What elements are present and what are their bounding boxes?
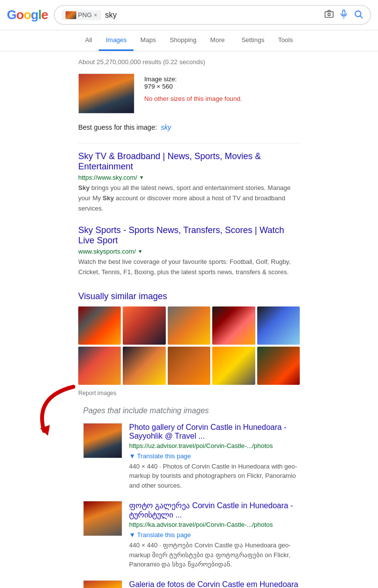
- page-1-snippet: 440 × 440 · Photos of Corvin Castle in H…: [129, 462, 300, 491]
- no-other-sizes: No other sizes of this image found.: [144, 95, 242, 102]
- result-1-url-arrow[interactable]: ▼: [139, 175, 144, 180]
- page-1-url: https://uz.advisor.travel/poi/Corvin-Cas…: [129, 442, 273, 449]
- result-1-title[interactable]: Sky TV & Broadband | News, Sports, Movie…: [78, 151, 300, 172]
- svg-rect-0: [325, 12, 334, 18]
- page-thumbnail-3[interactable]: [83, 580, 122, 588]
- page-2-title[interactable]: ფოტო გალერეა Corvin Castle in Hunedoara …: [129, 501, 300, 519]
- image-tag: PNG ×: [62, 10, 101, 20]
- best-guess: Best guess for this image: sky: [78, 123, 300, 131]
- page-thumbnail-1[interactable]: [83, 423, 122, 458]
- search-result-2: Sky Sports - Sports News, Transfers, Sco…: [78, 225, 300, 278]
- visually-similar-title[interactable]: Visually similar images: [78, 291, 300, 302]
- svg-line-5: [360, 16, 363, 18]
- search-result-1: Sky TV & Broadband | News, Sports, Movie…: [78, 151, 300, 213]
- image-tag-close[interactable]: ×: [94, 12, 97, 19]
- grid-image-2[interactable]: [123, 306, 165, 345]
- page-1-translate[interactable]: ▼ Translate this page: [129, 452, 191, 460]
- page-thumbnail-2[interactable]: [83, 501, 122, 536]
- best-guess-prefix: Best guess for this image:: [78, 123, 157, 131]
- nav-item-all[interactable]: All: [78, 30, 99, 51]
- page-result-2: ფოტო გალერეა Corvin Castle in Hunedoara …: [83, 501, 300, 569]
- nav-item-shopping[interactable]: Shopping: [163, 30, 203, 51]
- grid-image-4[interactable]: [212, 306, 255, 345]
- page-1-content: Photo gallery of Corvin Castle in Hunedo…: [129, 423, 300, 491]
- grid-image-6[interactable]: [78, 347, 121, 385]
- page-2-snippet: 440 × 440 · ფოტოები Corvin Castle და Hun…: [129, 541, 300, 569]
- nav-item-settings[interactable]: Settings: [235, 30, 271, 51]
- grid-image-1[interactable]: [78, 306, 121, 345]
- image-details: Image size: 979 × 560 No other sizes of …: [144, 73, 242, 102]
- svg-point-4: [355, 11, 361, 17]
- images-grid-row1: [78, 306, 300, 345]
- image-info-box: Image size: 979 × 560 No other sizes of …: [78, 73, 300, 114]
- report-images[interactable]: Report images: [78, 390, 300, 397]
- grid-image-5[interactable]: [257, 306, 300, 345]
- page-2-url-row: https://ka.advisor.travel/poi/Corvin-Cas…: [129, 521, 300, 539]
- images-grid-row2: [78, 347, 300, 385]
- grid-image-7[interactable]: [123, 347, 165, 385]
- page-3-content: Galeria de fotos de Corvin Castle em Hun…: [129, 580, 300, 588]
- search-submit-icon[interactable]: [354, 9, 363, 21]
- result-2-snippet: Watch the best live coverage of your fav…: [78, 257, 300, 278]
- nav-item-maps[interactable]: Maps: [133, 30, 163, 51]
- grid-image-10[interactable]: [257, 347, 300, 385]
- nav-item-tools[interactable]: Tools: [271, 30, 300, 51]
- google-logo: Google: [7, 7, 48, 23]
- image-tag-label: PNG: [78, 11, 92, 19]
- page-2-content: ფოტო გალერეა Corvin Castle in Hunedoara …: [129, 501, 300, 569]
- result-1-url: https://www.sky.com/: [78, 174, 137, 181]
- svg-point-1: [328, 13, 331, 16]
- page-2-translate[interactable]: ▼ Translate this page: [129, 531, 191, 539]
- results-info: About 25,270,000,000 results (0.22 secon…: [78, 58, 300, 66]
- result-1-url-row: https://www.sky.com/ ▼: [78, 174, 300, 181]
- image-preview-thumbnail: [66, 11, 76, 19]
- mic-icon[interactable]: [339, 9, 349, 21]
- image-size-label: Image size: 979 × 560: [144, 75, 242, 90]
- search-input[interactable]: [105, 11, 320, 20]
- result-1-snippet: Sky brings you all the latest news, spor…: [78, 183, 300, 213]
- page-result-1: Photo gallery of Corvin Castle in Hunedo…: [83, 423, 300, 491]
- best-guess-keyword[interactable]: sky: [161, 123, 171, 131]
- search-bar: PNG ×: [54, 5, 371, 25]
- result-2-url: www.skysports.com/: [78, 248, 136, 255]
- result-2-url-row: www.skysports.com/ ▼: [78, 248, 300, 255]
- nav-item-images[interactable]: Images: [99, 30, 133, 51]
- pages-section-container: Pages that include matching images Photo…: [78, 406, 300, 588]
- grid-image-8[interactable]: [168, 347, 210, 385]
- result-2-url-arrow[interactable]: ▼: [138, 249, 143, 254]
- divider1: [78, 143, 300, 143]
- image-size-value: 979 × 560: [144, 83, 173, 90]
- pages-section-title: Pages that include matching images: [83, 406, 300, 415]
- page-3-title[interactable]: Galeria de fotos de Corvin Castle em Hun…: [129, 580, 300, 588]
- page-1-url-row: https://uz.advisor.travel/poi/Corvin-Cas…: [129, 442, 300, 460]
- header: Google PNG ×: [0, 0, 378, 30]
- grid-image-9[interactable]: [212, 347, 255, 385]
- camera-icon[interactable]: [324, 9, 334, 21]
- search-icons: [324, 9, 363, 21]
- main-content: About 25,270,000,000 results (0.22 secon…: [0, 51, 378, 588]
- visually-similar-section: Visually similar images Report images: [78, 291, 300, 397]
- grid-image-3[interactable]: [168, 306, 210, 345]
- page-2-url: https://ka.advisor.travel/poi/Corvin-Cas…: [129, 521, 273, 528]
- page-result-3: Galeria de fotos de Corvin Castle em Hun…: [83, 580, 300, 588]
- nav: All Images Maps Shopping More Settings T…: [0, 30, 378, 51]
- result-2-title[interactable]: Sky Sports - Sports News, Transfers, Sco…: [78, 225, 300, 246]
- page-1-title[interactable]: Photo gallery of Corvin Castle in Hunedo…: [129, 423, 300, 441]
- preview-image: [78, 73, 134, 114]
- nav-item-more[interactable]: More: [203, 30, 232, 51]
- svg-rect-2: [343, 10, 345, 15]
- red-arrow: [29, 382, 83, 443]
